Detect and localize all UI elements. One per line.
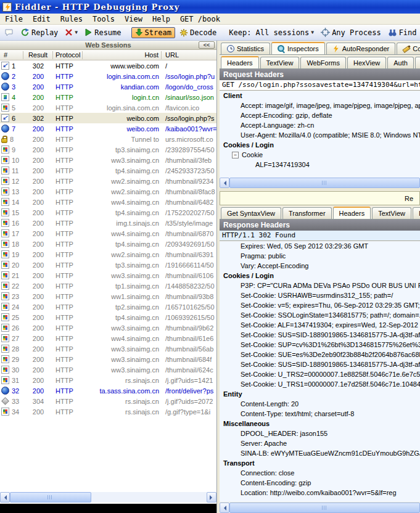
header-item[interactable]: Set-Cookie: U_TRS1=00000007.1e7d258f.504… [220,379,420,389]
header-item[interactable]: ALF=1347419304 [220,160,420,170]
request-inspector-tab[interactable]: HexView [347,57,386,68]
response-status-line[interactable]: HTTP/1.1 302 Found [220,231,420,241]
table-row[interactable]: 21 200 HTTP ww3.sinaimg.cn /thumbnail/61… [0,270,216,281]
header-item[interactable]: Set-Cookie: SUS=SID-1889019865-134681577… [220,359,420,369]
scroll-thumb[interactable] [10,492,91,503]
table-row[interactable]: 12 200 HTTP ww2.sinaimg.cn /thumbnail/92… [0,176,216,186]
header-item[interactable]: Connection: close [220,468,420,478]
table-row[interactable]: 33 304 HTTP rs.sinajs.cn /j.gif?uids=207… [0,396,216,406]
response-inspector-tab[interactable]: Headers [333,207,371,220]
table-row[interactable]: 19 200 HTTP ww2.sinaimg.cn /thumbnail/63… [0,249,216,260]
header-item[interactable]: User-Agent: Mozilla/4.0 (compatible; MSI… [220,130,420,140]
find-button[interactable]: Find [385,27,419,38]
column-header-url[interactable]: URL [162,51,216,59]
column-header-number[interactable]: # [0,51,23,59]
header-item[interactable]: Content-Length: 20 [220,399,420,409]
header-item[interactable]: Expires: Wed, 05 Sep 2012 03:29:36 GMT [220,241,420,251]
column-header-result[interactable]: Result [23,51,53,59]
header-item[interactable]: Server: Apache [220,438,420,448]
table-row[interactable]: 34 200 HTTP rs.sinajs.cn /g.gif?type=1&i [0,406,216,417]
header-item[interactable]: Set-Cookie: U_TRS2=00000007.1e88258f.504… [220,369,420,379]
table-row[interactable]: 11 200 HTTP tp4.sinaimg.cn /2452933723/5… [0,165,216,176]
header-item[interactable]: Set-Cookie: ALF=1347419304; expires=Wed,… [220,320,420,330]
header-item[interactable]: P3P: CP="CURa ADMa DEVa PSAo PSDo OUR BU… [220,281,420,290]
header-item[interactable]: Set-Cookie: USRHAWB=usrmdins312_155; pat… [220,290,420,300]
menu-item[interactable]: Tools [88,14,120,24]
comment-button[interactable] [2,27,16,38]
table-row[interactable]: 27 200 HTTP ww4.sinaimg.cn /thumbnail/61… [0,333,216,343]
tree-section-header[interactable]: Miscellaneous [220,419,420,429]
request-inspector-tab[interactable]: Headers [221,56,259,69]
table-row[interactable]: 5 200 HTTP login.sina.com.cn /favicon.ic… [0,102,216,113]
replay-button[interactable]: Replay [18,27,60,38]
table-row[interactable]: 14 200 HTTP ww4.sinaimg.cn /thumbnail/64… [0,197,216,207]
header-item[interactable]: Set-Cookie: SSOLoginState=1346815775; pa… [220,310,420,320]
column-header-host[interactable]: Host [83,51,162,59]
table-row[interactable]: 32 200 HTTP ta.sass.sina.com.cn /front/d… [0,385,216,396]
table-row[interactable]: 17 200 HTTP ww4.sinaimg.cn /thumbnail/68… [0,228,216,239]
table-row[interactable]: 10 200 HTTP ww3.sinaimg.cn /thumbnail/3f… [0,155,216,165]
table-row[interactable]: 22 200 HTTP tp1.sinaimg.cn /1448858232/5… [0,281,216,291]
main-tab[interactable]: Statistics [221,43,270,54]
header-item[interactable]: Accept-Encoding: gzip, deflate [220,110,420,120]
table-row[interactable]: 31 200 HTTP rs.sinajs.cn /j.gif?uids=142… [0,375,216,385]
tree-section-header[interactable]: Transport [220,458,420,468]
table-row[interactable]: 16 200 HTTP img.t.sinajs.cn /t35/style/i… [0,218,216,228]
request-inspector-tab[interactable]: C [415,57,420,68]
table-row[interactable]: 8 200 HTTP Tunnel to urs.microsoft.co [0,134,216,144]
header-item[interactable]: Content-Encoding: gzip [220,478,420,488]
tree-section-header[interactable]: Entity [220,389,420,399]
table-row[interactable]: 9 200 HTTP tp3.sinaimg.cn /2392897554/50 [0,144,216,155]
scroll-right-arrow[interactable] [207,492,216,503]
table-row[interactable]: 20 200 HTTP tp3.sinaimg.cn /1916666114/5… [0,260,216,270]
scroll-left-arrow[interactable] [220,503,229,513]
table-row[interactable]: 23 200 HTTP ww1.sinaimg.cn /thumbnail/93… [0,291,216,302]
response-inspector-tab[interactable]: Get SyntaxView [221,207,281,219]
decode-button[interactable]: Decode [177,27,219,38]
request-line[interactable]: GET /sso/login.php?ssosavestate=13474193… [220,80,420,91]
scroll-left-arrow[interactable] [0,492,10,503]
menu-item[interactable]: Edit [28,14,56,24]
header-item[interactable]: Content-Type: text/html; charset=utf-8 [220,409,420,419]
header-item[interactable]: Accept-Language: zh-cn [220,120,420,130]
table-row[interactable]: 25 200 HTTP tp4.sinaimg.cn /1069392615/5… [0,312,216,322]
response-inspector-tab[interactable]: Transformer [282,207,332,219]
main-tab[interactable]: Inspectors [271,42,325,55]
table-row[interactable]: 1 302 HTTP www.weibo.com / [0,60,216,71]
header-item[interactable]: Set-Cookie: SUP=cv%3D1%26bt%3D1346815775… [220,340,420,350]
header-item[interactable]: Set-Cookie: SUS=SID-1889019865-134681577… [220,330,420,340]
tree-section-header[interactable]: Cookies / Login [220,140,420,150]
table-row[interactable]: 6 302 HTTP weibo.com /sso/login.php?s [0,113,216,123]
any-process-button[interactable]: Any Process [318,27,383,38]
header-item[interactable]: Set-Cookie: v=5; expires=Thu, 06-Sep-201… [220,300,420,310]
table-row[interactable]: 2 200 HTTP login.sina.com.cn /sso/login.… [0,71,216,81]
menu-item[interactable]: GET /book [175,14,225,24]
delete-button[interactable]: ▼ [62,27,80,38]
table-row[interactable]: 30 200 HTTP ww3.sinaimg.cn /thumbnail/62… [0,364,216,375]
header-item[interactable]: Accept: image/gif, image/jpeg, image/pjp… [220,101,420,110]
header-item[interactable]: Location: http://weibo.com/kaibao001?wvr… [220,488,420,498]
table-row[interactable]: 13 200 HTTP ww2.sinaimg.cn /thumbnail/8f… [0,186,216,197]
table-row[interactable]: 4 200 HTTP login.t.cn /sinaurl/sso.json [0,92,216,102]
main-tab[interactable]: Comp [397,43,420,54]
request-inspector-tab[interactable]: WebForms [300,57,346,68]
header-item[interactable]: Vary: Accept-Encoding [220,261,420,271]
response-inspector-tab[interactable]: Im [413,207,420,219]
scroll-thumb[interactable] [229,503,420,513]
table-row[interactable]: 24 200 HTTP tp2.sinaimg.cn /1657101625/5… [0,302,216,312]
table-row[interactable]: 18 200 HTTP tp4.sinaimg.cn /2093492691/5… [0,239,216,249]
tree-section-header[interactable]: Cookies / Login [220,271,420,281]
response-encoding-banner[interactable]: Re [220,191,420,205]
header-item[interactable]: DPOOL_HEADER: jason155 [220,429,420,438]
resume-button[interactable]: Resume [82,27,123,38]
delete-dropdown-caret[interactable]: ▼ [75,30,78,35]
stream-toggle-button[interactable]: Stream [131,27,175,38]
table-row[interactable]: 28 200 HTTP ww3.sinaimg.cn /thumbnail/56… [0,343,216,354]
scroll-left-arrow[interactable] [220,178,229,188]
table-row[interactable]: 26 200 HTTP ww3.sinaimg.cn /thumbnail/9b… [0,322,216,333]
table-row[interactable]: 3 200 HTTP kandian.com /logon/do_cross [0,81,216,92]
table-row[interactable]: 7 200 HTTP weibo.com /kaibao001?wvr= [0,123,216,134]
header-item[interactable]: SINA-LB: eWYyMTEuaGEueWZncm91cDEuYmoubG9… [220,448,420,458]
collapse-panel-button[interactable]: << [199,41,215,49]
menu-item[interactable]: View [120,14,147,24]
